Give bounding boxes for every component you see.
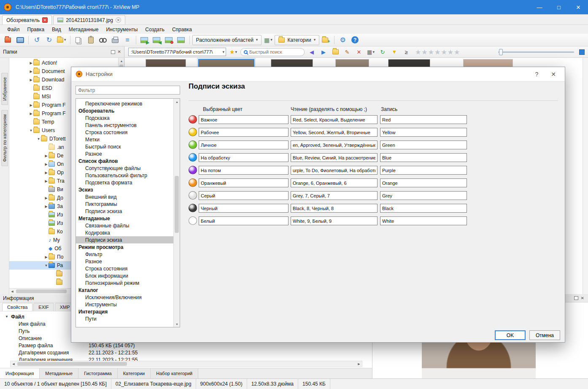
settings-tree-item[interactable]: Пользовательский фильтр <box>76 172 173 179</box>
bottom-tab[interactable]: Гистограмма <box>78 368 118 378</box>
settings-tree-item[interactable]: Внешний вид <box>76 193 173 200</box>
expand-icon[interactable]: ▶ <box>44 179 49 183</box>
slider-thumb[interactable] <box>499 49 503 55</box>
rating-star-icon[interactable]: ★ <box>441 48 447 56</box>
side-tab[interactable]: Фильтр по категориям <box>1 110 8 166</box>
settings-tree-item[interactable]: Связанные файлы <box>76 222 173 229</box>
settings-tree-item[interactable]: Инструменты <box>76 301 173 308</box>
menu-item[interactable]: Инструменты <box>102 26 141 33</box>
back-button[interactable]: ◀ <box>307 47 316 57</box>
info-tab[interactable]: EXIF <box>33 303 54 311</box>
expand-icon[interactable]: ▶ <box>44 162 49 166</box>
menu-item[interactable]: Вид <box>48 26 65 33</box>
yellow-label-input[interactable] <box>199 128 289 137</box>
settings-tree-item[interactable]: Быстрый поиск <box>76 143 173 150</box>
black-label-input[interactable] <box>199 204 289 213</box>
settings-tree-item[interactable]: Кодировка <box>76 229 173 236</box>
grey-read-input[interactable] <box>291 191 378 200</box>
sort-order-button[interactable]: ≥ <box>402 47 411 57</box>
expand-icon[interactable]: ▼ <box>44 264 49 267</box>
settings-tree-item[interactable]: Подсказка <box>76 114 173 122</box>
red-read-input[interactable] <box>291 115 378 124</box>
expand-icon[interactable]: ▶ <box>29 103 33 107</box>
grey-write-input[interactable] <box>380 191 467 200</box>
refresh-button[interactable]: ↻ <box>43 35 55 46</box>
info-tab[interactable]: Свойства <box>2 303 32 311</box>
menu-item[interactable]: Метаданные <box>65 26 102 33</box>
search-input[interactable] <box>249 49 301 54</box>
tab-image[interactable]: 20142110131847.jpg ✕ <box>53 15 125 24</box>
expand-icon[interactable]: ▼ <box>5 315 8 319</box>
rename-button[interactable]: ✎ <box>343 47 352 57</box>
parent-folder-button[interactable]: ▾ <box>56 35 67 46</box>
tab-browser[interactable]: Обозреватель ✕ <box>2 15 52 24</box>
dialog-title-bar[interactable]: Настройки ? ✕ <box>71 67 565 81</box>
minimize-button[interactable]: — <box>530 0 549 14</box>
yellow-write-input[interactable] <box>380 128 467 137</box>
orange-label-input[interactable] <box>199 178 289 187</box>
bottom-tab[interactable]: Информация <box>0 368 40 378</box>
side-tab[interactable]: Избранное <box>1 73 8 105</box>
rating-star-icon[interactable]: ★ <box>434 48 440 56</box>
expand-icon[interactable]: ▶ <box>44 205 49 208</box>
rating-star-icon[interactable]: ★ <box>421 48 427 56</box>
slider-track[interactable] <box>498 51 574 53</box>
expand-icon[interactable]: ▶ <box>29 61 33 65</box>
cancel-button[interactable]: Отмена <box>529 330 560 340</box>
purple-label-input[interactable] <box>199 166 289 175</box>
delete-button[interactable]: ✕ <box>354 47 364 57</box>
bottom-tab[interactable]: Категории <box>118 368 151 378</box>
grey-label-input[interactable] <box>199 191 289 200</box>
black-read-input[interactable] <box>291 204 378 213</box>
expand-icon[interactable]: ▶ <box>44 154 49 158</box>
new-folder-button[interactable] <box>331 47 340 57</box>
settings-tree-item[interactable]: Сопутствующие файлы <box>76 165 173 172</box>
bottom-tab[interactable]: Набор категорий <box>151 368 198 378</box>
blue-read-input[interactable] <box>291 153 378 162</box>
white-write-input[interactable] <box>380 216 467 225</box>
info-horizontal-scrollbar[interactable]: ◀ ▶ <box>10 361 362 367</box>
blue-label-input[interactable] <box>199 153 289 162</box>
settings-button[interactable]: ⚙ <box>337 35 348 46</box>
menu-item[interactable]: Создать <box>141 26 168 33</box>
red-label-input[interactable] <box>199 115 289 124</box>
orange-read-input[interactable] <box>291 178 378 187</box>
close-panel-icon[interactable]: ✕ <box>118 50 121 54</box>
settings-tree-item[interactable]: Разное <box>76 150 173 157</box>
sort-button[interactable]: ≡ <box>122 35 133 46</box>
expand-icon[interactable]: ▶ <box>29 78 33 82</box>
menu-item[interactable]: Файл <box>3 26 24 33</box>
green-read-input[interactable] <box>291 140 378 149</box>
menu-item[interactable]: Справка <box>168 26 196 33</box>
purple-write-input[interactable] <box>380 166 467 175</box>
settings-tree-item[interactable]: Строка состояния <box>76 265 173 272</box>
categories-dropdown[interactable]: Категории▾ <box>275 35 319 45</box>
settings-tree-item[interactable]: Список файлов <box>76 157 173 165</box>
settings-tree-item[interactable]: Пути <box>76 315 173 322</box>
settings-tree-item[interactable]: Блок информации <box>76 272 173 279</box>
settings-tree-item[interactable]: Эскиз <box>76 186 173 193</box>
color-swatch-grey[interactable] <box>189 191 197 200</box>
capture-button[interactable] <box>175 35 187 46</box>
rating-star-icon[interactable]: ★ <box>448 48 453 56</box>
copy-button[interactable] <box>73 35 84 46</box>
thumbnail-size-slider[interactable] <box>498 48 574 56</box>
expand-icon[interactable]: ▶ <box>44 196 49 200</box>
black-write-input[interactable] <box>380 204 467 213</box>
settings-tree-item[interactable]: Интеграция <box>76 308 173 315</box>
browser-vertical-scrollbar[interactable] <box>583 58 588 294</box>
color-swatch-purple[interactable] <box>189 166 197 174</box>
panes-dropdown[interactable]: ▦▾ <box>262 35 274 46</box>
maximize-button[interactable]: □ <box>549 0 569 14</box>
white-read-input[interactable] <box>291 216 378 225</box>
favorites-dropdown[interactable]: ★▾ <box>229 47 238 57</box>
expand-icon[interactable]: ▶ <box>44 255 49 259</box>
settings-tree-item[interactable]: Режим просмотра <box>76 243 173 251</box>
settings-tree-item[interactable]: Фильтр <box>76 251 173 258</box>
expand-icon[interactable]: ▶ <box>44 171 49 175</box>
color-swatch-yellow[interactable] <box>189 128 197 136</box>
green-write-input[interactable] <box>380 140 467 149</box>
add-category-button[interactable]: + <box>320 35 332 46</box>
print-button[interactable] <box>110 35 121 46</box>
settings-tree-item[interactable]: Подписи эскиза <box>76 208 173 215</box>
